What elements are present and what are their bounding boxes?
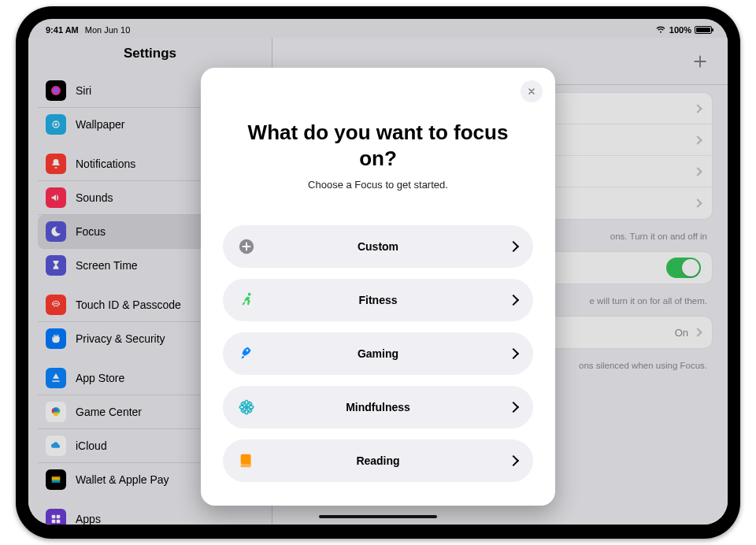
focus-option-label: Custom bbox=[223, 240, 533, 253]
focus-option-reading[interactable]: Reading bbox=[223, 439, 533, 482]
focus-option-mindfulness[interactable]: Mindfulness bbox=[223, 386, 533, 428]
screen: 9:41 AM Mon Jun 10 100% Settings SiriWal… bbox=[28, 19, 728, 525]
focus-option-fitness[interactable]: Fitness bbox=[223, 279, 533, 321]
focus-option-custom[interactable]: Custom bbox=[223, 225, 533, 268]
modal-title: What do you want to focus on? bbox=[223, 120, 533, 171]
modal-subtitle: Choose a Focus to get started. bbox=[223, 179, 533, 191]
close-button[interactable] bbox=[521, 80, 543, 102]
new-focus-modal: What do you want to focus on? Choose a F… bbox=[201, 68, 555, 506]
focus-option-label: Reading bbox=[223, 454, 533, 467]
device-frame: 9:41 AM Mon Jun 10 100% Settings SiriWal… bbox=[16, 6, 740, 539]
focus-option-label: Mindfulness bbox=[223, 401, 533, 413]
focus-option-gaming[interactable]: Gaming bbox=[223, 332, 533, 375]
home-indicator[interactable] bbox=[319, 515, 437, 518]
focus-option-label: Gaming bbox=[223, 347, 533, 360]
focus-option-label: Fitness bbox=[223, 294, 533, 306]
